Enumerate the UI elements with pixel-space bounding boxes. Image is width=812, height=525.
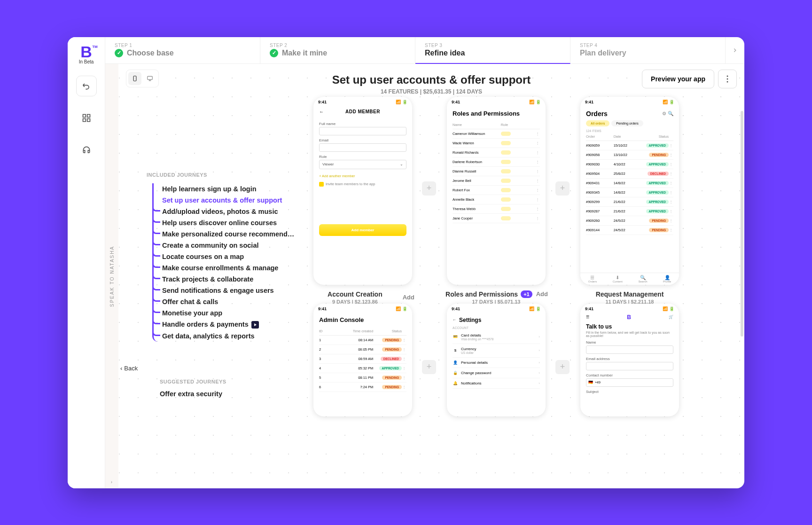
journey-item[interactable]: Monetise your app: [154, 307, 297, 319]
svg-rect-3: [87, 118, 90, 121]
journey-item[interactable]: Make course enrollments & manage: [154, 262, 297, 274]
journey-item[interactable]: Help users discover online courses: [154, 217, 297, 228]
card-title: Roles and Permissions: [445, 290, 519, 298]
journey-item[interactable]: Offer chat & calls: [154, 296, 297, 307]
steps-next-button[interactable]: [726, 37, 744, 63]
card-title: Account Creation: [311, 290, 399, 298]
support-button[interactable]: [76, 140, 97, 160]
step-title: Plan delivery: [580, 49, 626, 57]
device-toggle-group: [126, 70, 159, 87]
suggested-heading: SUGGESTED JOURNEYS: [160, 379, 226, 384]
phone-mock[interactable]: 9:41📶 🔋 ☰ B 🛒 Talk to us Fill in the for…: [580, 304, 679, 416]
app-window: BTM In Beta STEP 1 ✓Choose base STEP 2 ✓…: [68, 37, 744, 488]
menu-icon: ☰: [586, 315, 589, 319]
connector-button[interactable]: +: [555, 360, 570, 374]
included-heading: INCLUDED JOURNEYS: [147, 172, 297, 178]
logo-tm: TM: [92, 45, 98, 49]
cart-icon: 🛒: [669, 315, 673, 319]
undo-button[interactable]: [76, 76, 97, 96]
card-account-creation: 9:41📶 🔋 ←ADD MEMBER Full name Email Role…: [311, 97, 414, 305]
steps-bar: STEP 1 ✓Choose base STEP 2 ✓Make it mine…: [105, 37, 744, 64]
chevron-right-icon: [732, 47, 738, 54]
signal-icon: 📶 🔋: [663, 306, 674, 311]
step-num: STEP 3: [425, 43, 561, 48]
check-icon: ✓: [270, 49, 278, 57]
card-title: Request Management: [578, 290, 681, 298]
step-2[interactable]: STEP 2 ✓Make it mine: [260, 37, 415, 63]
preview-button[interactable]: Preview your app: [642, 70, 714, 88]
step-title: Make it mine: [282, 49, 327, 57]
signal-icon: 📶 🔋: [663, 100, 674, 104]
mobile-icon: [132, 75, 138, 82]
mobile-toggle[interactable]: [128, 72, 141, 85]
desktop-toggle[interactable]: [143, 72, 156, 85]
cards-row-2: 9:41📶 🔋 Admin Console IDTime createdStat…: [311, 304, 681, 416]
field-label: Email address: [586, 357, 673, 361]
connector-button[interactable]: +: [422, 360, 436, 374]
card-admin-console: 9:41📶 🔋 Admin Console IDTime createdStat…: [311, 304, 414, 416]
dashboard-button[interactable]: [76, 108, 97, 128]
journey-item[interactable]: Get data, analytics & reports: [154, 330, 297, 342]
step-1[interactable]: STEP 1 ✓Choose base: [105, 37, 260, 63]
logo-letter: B: [80, 43, 92, 61]
canvas[interactable]: Set up user accounts & offer support 14 …: [118, 64, 744, 488]
scrollbar[interactable]: [741, 111, 743, 337]
journey-item[interactable]: Handle orders & payments: [154, 319, 297, 330]
phone-mock[interactable]: 9:41📶 🔋 Roles and Permissions NameRole C…: [447, 97, 546, 285]
add-feature-button[interactable]: Add: [399, 294, 414, 301]
tab-pending: Pending orders: [611, 120, 643, 126]
journey-item[interactable]: Locate courses on a map: [154, 251, 297, 262]
journey-item[interactable]: Make personalized course recommendations: [154, 228, 297, 240]
connector-button[interactable]: +: [555, 181, 570, 196]
svg-rect-1: [87, 114, 90, 117]
journey-item[interactable]: Track projects & collaborate: [154, 274, 297, 285]
suggested-item[interactable]: Offer extra security: [160, 388, 226, 400]
speak-to-natasha[interactable]: SPEAK TO NATASHA ›: [105, 64, 118, 488]
journey-item[interactable]: Create a community on social: [154, 240, 297, 251]
top-actions: Preview your app: [642, 70, 737, 88]
mock-header: Admin Console: [319, 317, 406, 323]
step-num: STEP 4: [580, 43, 716, 48]
left-rail: BTM In Beta: [68, 37, 105, 488]
step-title: Choose base: [127, 49, 174, 57]
canvas-meta: 14 FEATURES | $25,631.35 | 124 DAYS: [118, 88, 744, 95]
brand-icon: B: [627, 314, 631, 321]
workspace: SPEAK TO NATASHA › Set up user accounts …: [105, 64, 744, 488]
step-3[interactable]: STEP 3 Refine idea: [415, 37, 570, 64]
headset-icon: [82, 145, 91, 155]
grid-icon: [82, 113, 91, 123]
check-icon: ✓: [115, 49, 123, 57]
step-4[interactable]: STEP 4 Plan delivery: [570, 37, 726, 63]
email-input: [586, 362, 673, 370]
connector-button[interactable]: +: [422, 181, 436, 196]
svg-rect-2: [83, 118, 86, 121]
field-label: Name: [586, 340, 673, 345]
add-member-button: Add member: [319, 224, 406, 236]
add-feature-button[interactable]: Add: [532, 290, 548, 298]
journey-item[interactable]: Add/upload videos, photos & music: [154, 206, 297, 217]
role-select: Viewer⌄: [319, 160, 406, 169]
add-member-link: + Add another member: [319, 174, 406, 178]
item-count: 124 ITEMS: [586, 129, 673, 133]
kebab-icon: [726, 75, 728, 83]
mock-header: Settings: [459, 317, 481, 323]
more-button[interactable]: [718, 70, 737, 88]
journey-item[interactable]: Send notifications & engage users: [154, 285, 297, 296]
play-icon: [251, 321, 259, 329]
phone-mock[interactable]: 9:41📶 🔋 Admin Console IDTime createdStat…: [313, 304, 412, 416]
back-arrow-icon: ←: [319, 109, 324, 114]
signal-icon: 📶 🔋: [529, 100, 541, 104]
card-settings: 9:41📶 🔋 ←Settings ACCOUNT 💳Card detailsV…: [445, 304, 548, 416]
tab-all: All orders: [586, 120, 609, 126]
field-label: Full name: [319, 122, 406, 126]
phone-mock[interactable]: 9:41📶 🔋 ←Settings ACCOUNT 💳Card detailsV…: [447, 304, 546, 416]
cards-row-1: 9:41📶 🔋 ←ADD MEMBER Full name Email Role…: [311, 97, 681, 305]
back-button[interactable]: ‹ Back: [120, 365, 138, 372]
phone-mock[interactable]: 9:41📶 🔋 ←ADD MEMBER Full name Email Role…: [313, 97, 412, 285]
journey-item-active[interactable]: Set up user accounts & offer support: [154, 195, 297, 206]
step-num: STEP 1: [115, 43, 250, 48]
logo: BTM In Beta: [79, 43, 94, 64]
journey-item[interactable]: Help learners sign up & login: [154, 183, 297, 195]
phone-mock[interactable]: 9:41📶 🔋 Orders ⚙ 🔍 All orders Pending or…: [580, 97, 679, 285]
step-num: STEP 2: [270, 43, 406, 48]
